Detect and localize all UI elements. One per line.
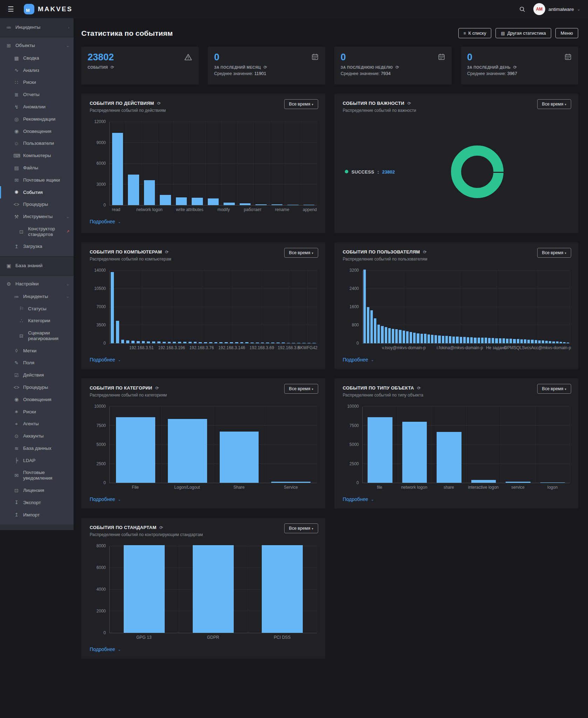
sidebar-item-standards-constructor[interactable]: ⊡Конструктор стандартов↗ xyxy=(0,223,74,241)
bar xyxy=(413,333,416,343)
procedures-icon: <> xyxy=(13,202,20,208)
hamburger-menu-icon[interactable]: ☰ xyxy=(8,5,18,13)
sidebar-item-response-scenarios[interactable]: ⊟Сценарии реагирования xyxy=(0,327,74,345)
summary-icon: ▦ xyxy=(13,55,20,61)
refresh-icon[interactable]: ⟳ xyxy=(423,250,427,255)
sidebar-item-procedures[interactable]: <>Процедуры xyxy=(0,198,74,211)
sidebar-item-database[interactable]: ≋База данных xyxy=(0,442,74,455)
sidebar-item-labels[interactable]: ◊Метки xyxy=(0,345,74,357)
time-range-dropdown[interactable]: Все время▾ xyxy=(284,99,318,109)
legend-name: SUCCESS xyxy=(351,169,374,174)
time-range-dropdown[interactable]: Все время▾ xyxy=(284,523,318,533)
more-link[interactable]: Подробнее⌄ xyxy=(90,357,121,363)
y-tick-label: 7500 xyxy=(349,423,359,428)
sidebar-item-alerts[interactable]: ◉Оповещения xyxy=(0,125,74,137)
time-range-dropdown[interactable]: Все время▾ xyxy=(284,384,318,394)
bar xyxy=(481,338,484,343)
sidebar-item-ldap[interactable]: ╞LDAP xyxy=(0,454,74,467)
sidebar-item-import[interactable]: ↥Импорт xyxy=(0,509,74,521)
sidebar-item-label: Компьютеры xyxy=(23,153,69,158)
menu-button[interactable]: Меню xyxy=(555,28,578,38)
sidebar-item-reports[interactable]: ≣Отчеты xyxy=(0,89,74,101)
y-tick-label: 3200 xyxy=(349,268,359,273)
time-range-dropdown[interactable]: Все время▾ xyxy=(537,99,571,109)
sidebar-item-incidents[interactable]: ≔Инциденты› xyxy=(0,18,74,37)
refresh-icon[interactable]: ⟳ xyxy=(111,65,114,70)
time-range-dropdown[interactable]: Все время▾ xyxy=(284,248,318,258)
sidebar-item-risks[interactable]: ∷Риски xyxy=(0,76,74,89)
sidebar-item-summary[interactable]: ▦Сводка xyxy=(0,52,74,65)
more-link[interactable]: Подробнее⌄ xyxy=(343,496,374,502)
sidebar-item-categories[interactable]: ∴Категории xyxy=(0,315,74,327)
refresh-icon[interactable]: ⟳ xyxy=(156,386,159,391)
bar xyxy=(287,205,298,205)
sidebar-item-label: Анализ xyxy=(23,68,69,73)
bar xyxy=(395,329,398,343)
sidebar-item-events[interactable]: ✺События xyxy=(0,186,74,198)
sidebar-item-fields[interactable]: ✎Поля xyxy=(0,357,74,369)
time-range-dropdown[interactable]: Все время▾ xyxy=(537,384,571,394)
sidebar-item-settings-incidents[interactable]: ≔Инциденты⌄ xyxy=(0,291,74,303)
sidebar-item-mailboxes[interactable]: ✉Почтовые ящики xyxy=(0,174,74,187)
sidebar-item-label: Сценарии реагирования xyxy=(28,330,69,341)
settings-risks-icon: ∗ xyxy=(13,409,20,415)
sidebar-item-tools[interactable]: ⚒Инструменты⌄ xyxy=(0,211,74,223)
refresh-icon[interactable]: ⟳ xyxy=(165,250,169,255)
sidebar-item-objects[interactable]: ⊞Объекты⌄ xyxy=(0,39,74,52)
refresh-icon[interactable]: ⟳ xyxy=(157,101,161,106)
sidebar-item-settings[interactable]: ⚙Настройки⌄ xyxy=(0,277,74,291)
bar xyxy=(225,342,228,343)
sidebar-item-settings-risks[interactable]: ∗Риски xyxy=(0,406,74,418)
refresh-icon[interactable]: ⟳ xyxy=(396,65,399,70)
x-tick-label: i.fokina@mkvs-domain-p xyxy=(437,345,483,350)
sidebar-item-accounts[interactable]: ⊙Аккаунты xyxy=(0,430,74,442)
sidebar-item-analysis[interactable]: ∿Анализ xyxy=(0,64,74,76)
refresh-icon[interactable]: ⟳ xyxy=(159,525,163,530)
sidebar-item-computers[interactable]: ⌨Компьютеры xyxy=(0,150,74,162)
bar xyxy=(402,422,427,483)
user-menu[interactable]: AM antimalware ⌄ xyxy=(533,3,580,15)
x-tick-label: 192.168.3.196 xyxy=(158,345,185,350)
bar-chart: 0800160024003200v.tsoy@mkvs-domain-pi.fo… xyxy=(343,271,570,351)
sidebar-item-settings-alerts[interactable]: ◉Оповещения xyxy=(0,393,74,406)
bar xyxy=(431,335,433,343)
y-tick-label: 6000 xyxy=(96,565,106,570)
sidebar-item-users[interactable]: ☺Пользователи xyxy=(0,137,74,150)
x-tick-label: PCI DSS xyxy=(248,633,317,640)
sidebar-item-actions[interactable]: ☑Действия xyxy=(0,369,74,381)
other-statistics-button[interactable]: ▤ Другая статистика xyxy=(495,28,551,38)
chart-card-events-by-severity: СОБЫТИЯ ПО ВАЖНОСТИ⟳ Распределение событ… xyxy=(334,94,578,233)
sidebar-item-export[interactable]: ↧Экспорт xyxy=(0,496,74,509)
refresh-icon[interactable]: ⟳ xyxy=(408,101,411,106)
chart-title: СОБЫТИЯ ПО ДЕЙСТВИЯМ xyxy=(90,101,154,106)
more-link[interactable]: Подробнее⌄ xyxy=(90,646,121,652)
sidebar-item-settings-procedures[interactable]: <>Процедуры xyxy=(0,381,74,394)
search-icon[interactable] xyxy=(519,6,526,13)
sidebar-item-label: Процедуры xyxy=(23,385,69,390)
refresh-icon[interactable]: ⟳ xyxy=(417,386,421,391)
tools-icon: ⚒ xyxy=(13,214,20,220)
sidebar-item-label: База знаний xyxy=(15,263,69,269)
time-range-dropdown[interactable]: Все время▾ xyxy=(537,248,571,258)
sidebar-item-statuses[interactable]: ⚐Статусы xyxy=(0,303,74,315)
sidebar-item-recommendations[interactable]: ◎Рекомендации xyxy=(0,113,74,126)
sidebar-item-upload[interactable]: ↥Загрузка xyxy=(0,241,74,253)
sidebar-item-anomalies[interactable]: ↯Аномалии xyxy=(0,101,74,113)
list-view-button[interactable]: ≡ К списку xyxy=(458,28,492,38)
more-link[interactable]: Подробнее⌄ xyxy=(90,219,121,224)
bar xyxy=(131,341,135,343)
refresh-icon[interactable]: ⟳ xyxy=(264,65,267,70)
y-tick-label: 10000 xyxy=(94,404,106,409)
stat-label: ЗА ПОСЛЕДНИЙ ДЕНЬ xyxy=(467,65,511,69)
sidebar-item-mail-notifications[interactable]: ✉Почтовые уведомления xyxy=(0,467,74,484)
y-tick-label: 0 xyxy=(103,630,106,635)
sidebar-item-label: Оповещения xyxy=(23,129,69,134)
bar xyxy=(567,343,569,343)
more-link[interactable]: Подробнее⌄ xyxy=(90,496,121,502)
sidebar-item-license[interactable]: ⊡Лицензия xyxy=(0,485,74,497)
sidebar-item-knowledge-base[interactable]: ▣База знаний xyxy=(0,257,74,275)
sidebar-item-files[interactable]: ▤Файлы xyxy=(0,162,74,174)
more-link[interactable]: Подробнее⌄ xyxy=(343,357,374,363)
sidebar-item-agents[interactable]: ⌖Агенты xyxy=(0,418,74,430)
refresh-icon[interactable]: ⟳ xyxy=(513,65,517,70)
